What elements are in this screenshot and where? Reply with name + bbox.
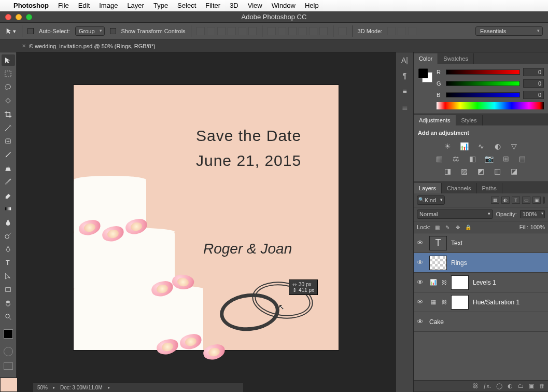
lasso-tool[interactable] [2, 81, 15, 93]
tool-preset-picker[interactable]: ▾ [5, 26, 17, 36]
layer-thumb[interactable] [429, 256, 447, 270]
character-styles-icon[interactable]: ≣ [399, 102, 411, 111]
lock-all-icon[interactable]: 🔒 [465, 223, 472, 231]
layer-name[interactable]: Text [451, 240, 462, 247]
tab-styles[interactable]: Styles [456, 115, 483, 125]
tab-layers[interactable]: Layers [414, 183, 442, 193]
layer-name[interactable]: Levels 1 [473, 279, 496, 286]
status-flyout-icon[interactable]: ▸ [108, 385, 110, 390]
layer-filter-kind[interactable]: Kind [417, 195, 445, 205]
invert-icon[interactable]: ◨ [443, 167, 453, 175]
layer-row[interactable]: 👁 T Text [414, 233, 548, 253]
layer-mask-thumb[interactable] [451, 295, 469, 310]
paragraph-styles-icon[interactable]: ≡ [399, 87, 411, 96]
exposure-icon[interactable]: ◐ [493, 142, 503, 150]
distribute-vmiddle-icon[interactable] [278, 27, 286, 35]
layer-name[interactable]: Rings [451, 259, 467, 267]
new-group-icon[interactable]: 🗀 [518, 383, 524, 389]
layer-mask-icon[interactable]: ◯ [496, 383, 502, 389]
lock-transparency-icon[interactable]: ▦ [433, 223, 441, 231]
healing-brush-tool[interactable] [2, 135, 15, 147]
zoom-level[interactable]: 50% [37, 385, 48, 390]
distribute-left-icon[interactable] [299, 27, 307, 35]
menu-filter[interactable]: Filter [205, 2, 220, 9]
layer-style-icon[interactable]: ƒx. [483, 383, 491, 389]
distribute-bottom-icon[interactable] [288, 27, 297, 35]
window-zoom-button[interactable] [26, 14, 32, 20]
new-layer-icon[interactable]: ▣ [529, 383, 534, 389]
move-tool[interactable] [2, 54, 15, 66]
eraser-tool[interactable] [2, 189, 15, 201]
color-ramp[interactable] [437, 102, 544, 109]
clone-stamp-tool[interactable] [2, 162, 15, 174]
paragraph-panel-icon[interactable]: ¶ [399, 71, 411, 80]
layer-row[interactable]: 👁 Cake [414, 312, 548, 332]
menu-file[interactable]: File [58, 2, 69, 9]
distribute-right-icon[interactable] [319, 27, 328, 35]
align-left-icon[interactable] [228, 27, 236, 35]
channel-mixer-icon[interactable]: ⊞ [501, 155, 511, 163]
document-canvas[interactable]: Save the Date June 21, 2015 Roger & Joan… [74, 85, 339, 350]
filter-adj-icon[interactable]: ◐ [501, 197, 510, 204]
tab-channels[interactable]: Channels [442, 183, 476, 193]
3d-orbit-icon[interactable] [398, 27, 406, 35]
visibility-toggle[interactable]: 👁 [417, 318, 425, 326]
status-doc-size[interactable]: Doc: 3.00M/11.0M [60, 385, 103, 390]
layer-name[interactable]: Cake [429, 318, 444, 326]
menu-view[interactable]: View [248, 2, 262, 9]
align-right-icon[interactable] [248, 27, 257, 35]
menu-window[interactable]: Window [272, 2, 296, 9]
menu-image[interactable]: Image [99, 2, 118, 9]
g-slider[interactable] [446, 81, 520, 86]
layer-thumb[interactable]: T [429, 236, 447, 250]
path-select-tool[interactable] [2, 270, 15, 282]
tab-adjustments[interactable]: Adjustments [414, 115, 456, 125]
delete-layer-icon[interactable]: 🗑 [539, 383, 545, 389]
foreground-color-swatch[interactable] [4, 329, 13, 339]
blur-tool[interactable] [2, 216, 15, 228]
levels-icon[interactable]: 📊 [459, 142, 470, 150]
align-top-icon[interactable] [196, 27, 205, 35]
mask-link-icon[interactable]: ⛓ [442, 279, 447, 285]
brightness-contrast-icon[interactable]: ☀ [443, 142, 453, 150]
color-fgbg-swatch[interactable] [418, 68, 432, 82]
filter-toggle[interactable] [543, 197, 545, 204]
marquee-tool[interactable] [2, 68, 15, 79]
align-hcenter-icon[interactable] [238, 27, 246, 35]
selective-color-icon[interactable]: ◪ [509, 167, 519, 175]
hand-tool[interactable] [2, 297, 15, 309]
photo-filter-icon[interactable]: 📷 [484, 155, 495, 163]
quick-mask-toggle[interactable] [4, 347, 13, 356]
screen-mode-toggle[interactable] [4, 362, 13, 370]
workspace-switcher[interactable]: Essentials [475, 26, 543, 36]
app-menu[interactable]: Photoshop [13, 2, 49, 9]
b-slider[interactable] [446, 92, 520, 97]
filter-pixel-icon[interactable]: ▦ [491, 197, 499, 204]
tab-color[interactable]: Color [414, 53, 438, 64]
layer-row[interactable]: 👁 📊 ⛓ Levels 1 [414, 273, 548, 292]
brush-tool[interactable] [2, 149, 15, 160]
menu-help[interactable]: Help [305, 2, 319, 9]
3d-icon[interactable] [339, 27, 347, 35]
posterize-icon[interactable]: ▨ [459, 167, 470, 175]
menu-3d[interactable]: 3D [230, 2, 238, 9]
threshold-icon[interactable]: ◩ [476, 167, 486, 175]
close-tab-icon[interactable]: ✕ [22, 43, 26, 49]
layer-mask-thumb[interactable] [451, 275, 469, 290]
fill-value[interactable]: 100% [530, 224, 545, 230]
history-brush-tool[interactable] [2, 176, 15, 187]
r-value[interactable]: 0 [523, 68, 544, 76]
auto-select-checkbox[interactable] [27, 28, 34, 34]
g-value[interactable]: 0 [523, 79, 544, 88]
filter-type-icon[interactable]: T [512, 197, 520, 204]
tab-paths[interactable]: Paths [477, 183, 502, 193]
lock-position-icon[interactable]: ✥ [454, 223, 461, 231]
character-panel-icon[interactable]: A| [399, 55, 411, 65]
3d-rotate-icon[interactable] [387, 27, 396, 35]
layer-row[interactable]: 👁 Rings [414, 253, 548, 273]
filter-smart-icon[interactable]: ▣ [532, 197, 541, 204]
menu-select[interactable]: Select [177, 2, 196, 9]
visibility-toggle[interactable]: 👁 [417, 278, 425, 286]
visibility-toggle[interactable]: 👁 [417, 239, 425, 247]
new-adj-layer-icon[interactable]: ◐ [508, 383, 513, 389]
